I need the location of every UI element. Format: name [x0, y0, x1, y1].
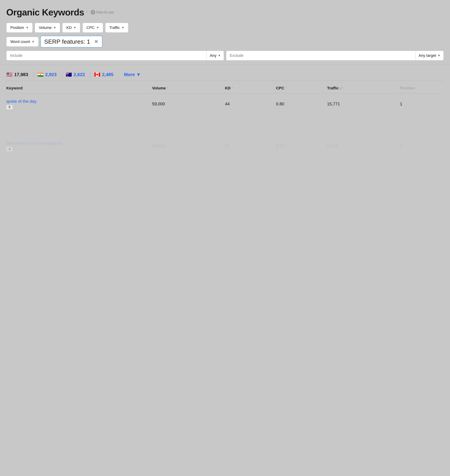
- header-cpc[interactable]: CPC ⁱ: [276, 86, 327, 90]
- page-header: Organic Keywords i ? How to use: [6, 7, 444, 18]
- position-filter-btn[interactable]: Position ▼: [6, 23, 33, 33]
- any-target-btn[interactable]: Any target ▼: [415, 51, 444, 60]
- serp-filter-row: Word count ▼ SERP features: 1 ✕: [6, 36, 444, 47]
- serp-clear-button[interactable]: ✕: [90, 37, 102, 47]
- au-flag: 🇦🇺: [66, 72, 72, 77]
- volume-dropdown-arrow: ▼: [53, 26, 56, 29]
- keyword-cell-2: best time to post on instagram 4: [6, 141, 152, 151]
- word-count-btn[interactable]: Word count ▼: [6, 37, 39, 47]
- include-exclude-row: Any ▼ Any target ▼: [6, 51, 444, 60]
- in-flag: 🇮🇳: [37, 72, 43, 77]
- title-info-icon[interactable]: i: [86, 9, 87, 15]
- position-dropdown-arrow: ▼: [26, 26, 29, 29]
- any-dropdown-arrow: ▼: [218, 54, 221, 57]
- any-btn[interactable]: Any ▼: [207, 51, 224, 60]
- traffic-cell-1: 15,771: [327, 101, 400, 106]
- keyword-cell-1: quote of the day 5: [6, 99, 152, 109]
- header-position[interactable]: Position: [400, 86, 444, 90]
- kd-filter-btn[interactable]: KD ▼: [62, 23, 80, 33]
- filter-row: Position ▼ Volume ▼ KD ▼ CPC ▼ Traffic ▼: [6, 23, 444, 33]
- cpc-dropdown-arrow: ▼: [96, 26, 99, 29]
- how-to-use-link[interactable]: ? How to use: [91, 10, 114, 15]
- more-countries-btn[interactable]: More ▼: [124, 72, 141, 77]
- volume-filter-btn[interactable]: Volume ▼: [35, 23, 60, 33]
- country-item-in[interactable]: 🇮🇳 2,923: [37, 72, 62, 77]
- position-cell-2: 1: [400, 143, 444, 148]
- kd-cell-2: 31: [225, 143, 276, 148]
- table-header: Keyword Volume ⁱ KD ⁱ CPC ⁱ Traffic ↓ ⁱ …: [6, 86, 444, 94]
- traffic-cell-2: 9,571: [327, 143, 400, 148]
- position-cell-1: 1: [400, 101, 444, 106]
- country-stats-row: 🇺🇸 17,983 🇮🇳 2,923 🇦🇺 2,622 🇨🇦 2,485 Mor…: [6, 69, 444, 81]
- traffic-info-icon: ⁱ: [342, 87, 342, 90]
- kd-cell-1: 44: [225, 101, 276, 106]
- volume-cell-2: 45,000: [152, 143, 225, 148]
- header-keyword: Keyword: [6, 86, 152, 90]
- page-title: Organic Keywords: [6, 7, 84, 18]
- cpc-filter-btn[interactable]: CPC ▼: [83, 23, 103, 33]
- keywords-table: Keyword Volume ⁱ KD ⁱ CPC ⁱ Traffic ↓ ⁱ …: [6, 86, 444, 156]
- kd-info-icon: ⁱ: [231, 87, 232, 90]
- country-item-us[interactable]: 🇺🇸 17,983: [6, 72, 34, 77]
- word-count-badge-2: 4: [6, 147, 13, 151]
- cpc-info-icon: ⁱ: [285, 87, 285, 90]
- serp-filter-value: SERP features: 1: [44, 36, 90, 47]
- volume-cell-1: 59,000: [152, 101, 225, 106]
- exclude-input[interactable]: [226, 51, 415, 60]
- keyword-link-1[interactable]: quote of the day: [6, 99, 152, 104]
- table-row: quote of the day 5 59,000 44 0.80 15,771…: [6, 94, 444, 114]
- serp-filter-input-container: SERP features: 1 ✕: [40, 36, 102, 47]
- cpc-cell-1: 0.80: [276, 101, 327, 106]
- us-flag: 🇺🇸: [6, 72, 12, 77]
- kd-dropdown-arrow: ▼: [73, 26, 76, 29]
- country-item-au[interactable]: 🇦🇺 2,622: [66, 72, 91, 77]
- volume-info-icon: ⁱ: [167, 87, 167, 90]
- any-target-dropdown-arrow: ▼: [438, 54, 440, 57]
- ca-flag: 🇨🇦: [94, 72, 100, 77]
- table-row-faded: best time to post on instagram 4 45,000 …: [6, 135, 444, 156]
- word-count-badge-1: 5: [6, 105, 13, 109]
- traffic-sort-icon: ↓: [339, 87, 341, 90]
- traffic-filter-btn[interactable]: Traffic ▼: [105, 23, 128, 33]
- include-input[interactable]: [6, 51, 207, 60]
- country-item-ca[interactable]: 🇨🇦 2,485: [94, 72, 119, 77]
- word-count-dropdown-arrow: ▼: [32, 40, 35, 43]
- header-traffic[interactable]: Traffic ↓ ⁱ: [327, 86, 400, 90]
- content-gap: [6, 114, 444, 135]
- divider: [0, 65, 450, 65]
- traffic-dropdown-arrow: ▼: [122, 26, 124, 29]
- cpc-cell-2: 6.00: [276, 143, 327, 148]
- question-icon: ?: [91, 10, 95, 15]
- more-dropdown-arrow: ▼: [136, 72, 141, 77]
- header-volume[interactable]: Volume ⁱ: [152, 86, 225, 90]
- keyword-link-2[interactable]: best time to post on instagram: [6, 141, 152, 146]
- header-kd[interactable]: KD ⁱ: [225, 86, 276, 90]
